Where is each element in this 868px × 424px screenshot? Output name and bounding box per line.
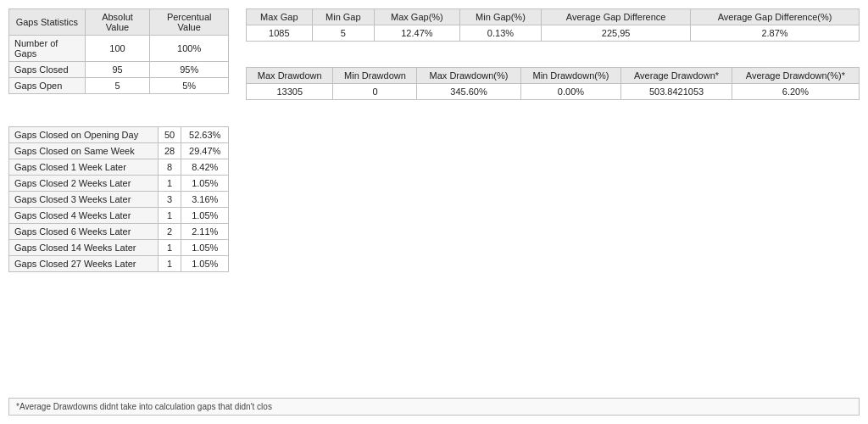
row-label: Gaps Closed 1 Week Later <box>9 159 159 176</box>
gap-stats-section: Max GapMin GapMax Gap(%)Min Gap(%)Averag… <box>246 8 860 42</box>
gaps-closed-table: Gaps Closed on Opening Day 50 52.63% Gap… <box>8 126 229 272</box>
row-pct: 52.63% <box>181 127 229 143</box>
row-value: 12.47% <box>375 25 460 42</box>
col-header: Average Gap Difference <box>542 9 691 25</box>
drawdown-stats-section: Max DrawdownMin DrawdownMax Drawdown(%)M… <box>246 67 860 100</box>
row-label: Gaps Closed 6 Weeks Later <box>9 224 159 240</box>
main-container: Gaps Statistics Absolut Value Percentual… <box>0 0 868 289</box>
table-row: Gaps Closed on Same Week 28 29.47% <box>9 143 229 159</box>
table-row: Gaps Closed 27 Weeks Later 1 1.05% <box>9 256 229 272</box>
row-value: 95 <box>85 62 150 78</box>
table-row: Gaps Closed 6 Weeks Later 2 2.11% <box>9 224 229 240</box>
row-label: Gaps Closed on Same Week <box>9 143 159 159</box>
footer-text: *Average Drawdowns didnt take into calcu… <box>16 402 272 411</box>
col-header: Average Gap Difference(%) <box>691 9 860 25</box>
gaps-statistics-table: Gaps Statistics Absolut Value Percentual… <box>8 8 229 94</box>
right-panel: Max GapMin GapMax Gap(%)Min Gap(%)Averag… <box>246 8 860 281</box>
col-header: Min Drawdown(%) <box>520 68 621 84</box>
row-label: Gaps Closed 27 Weeks Later <box>9 256 159 272</box>
row-pct: 100% <box>150 36 229 62</box>
col-percentual-value: Percentual Value <box>150 9 229 36</box>
row-pct: 1.05% <box>181 240 229 256</box>
row-label: Gaps Closed 3 Weeks Later <box>9 192 159 208</box>
row-label: Gaps Closed 14 Weeks Later <box>9 240 159 256</box>
gaps-closed-section: Gaps Closed on Opening Day 50 52.63% Gap… <box>8 126 229 272</box>
row-value: 345.60% <box>417 84 520 100</box>
row-label: Gaps Closed on Opening Day <box>9 127 159 143</box>
table-row: Gaps Closed 1 Week Later 8 8.42% <box>9 159 229 176</box>
col-header: Average Drawdown(%)* <box>732 68 859 84</box>
col-header: Min Gap(%) <box>459 9 542 25</box>
drawdown-stats-table: Max DrawdownMin DrawdownMax Drawdown(%)M… <box>246 67 860 100</box>
row-pct: 2.11% <box>181 224 229 240</box>
col-header: Max Gap(%) <box>375 9 460 25</box>
row-label: Gaps Open <box>9 78 86 94</box>
table-row: Gaps Closed 3 Weeks Later 3 3.16% <box>9 192 229 208</box>
col-header: Average Drawdown* <box>621 68 732 84</box>
col-gaps-statistics: Gaps Statistics <box>9 9 86 36</box>
table-row: Number of Gaps 100 100% <box>9 36 229 62</box>
table-row: 133050345.60%0.00%503.84210536.20% <box>247 84 860 100</box>
row-pct: 5% <box>150 78 229 94</box>
row-value: 3 <box>158 192 181 208</box>
row-pct: 1.05% <box>181 208 229 224</box>
row-value: 50 <box>158 127 181 143</box>
row-value: 8 <box>158 159 181 176</box>
table-row: Gaps Open 5 5% <box>9 78 229 94</box>
row-value: 5 <box>312 25 374 42</box>
row-value: 1085 <box>247 25 313 42</box>
row-label: Number of Gaps <box>9 36 86 62</box>
gaps-statistics-section: Gaps Statistics Absolut Value Percentual… <box>8 8 229 94</box>
row-value: 13305 <box>247 84 333 100</box>
footer-note: *Average Drawdowns didnt take into calcu… <box>8 398 860 416</box>
row-pct: 8.42% <box>181 159 229 176</box>
row-pct: 3.16% <box>181 192 229 208</box>
row-value: 5 <box>85 78 150 94</box>
row-value: 0.13% <box>459 25 542 42</box>
col-header: Max Drawdown <box>247 68 333 84</box>
row-pct: 95% <box>150 62 229 78</box>
col-header: Min Drawdown <box>333 68 417 84</box>
table-row: Gaps Closed 4 Weeks Later 1 1.05% <box>9 208 229 224</box>
row-label: Gaps Closed <box>9 62 86 78</box>
row-value: 1 <box>158 208 181 224</box>
col-header: Max Drawdown(%) <box>417 68 520 84</box>
gap-stats-table: Max GapMin GapMax Gap(%)Min Gap(%)Averag… <box>246 8 860 42</box>
table-row: Gaps Closed 95 95% <box>9 62 229 78</box>
row-value: 1 <box>158 240 181 256</box>
table-row: Gaps Closed 2 Weeks Later 1 1.05% <box>9 176 229 192</box>
row-pct: 1.05% <box>181 176 229 192</box>
row-label: Gaps Closed 4 Weeks Later <box>9 208 159 224</box>
row-pct: 29.47% <box>181 143 229 159</box>
left-panel: Gaps Statistics Absolut Value Percentual… <box>8 8 229 281</box>
row-value: 0 <box>333 84 417 100</box>
row-value: 100 <box>85 36 150 62</box>
row-value: 225,95 <box>542 25 691 42</box>
row-value: 0.00% <box>520 84 621 100</box>
col-header: Min Gap <box>312 9 374 25</box>
table-row: 1085512.47%0.13%225,952.87% <box>247 25 860 42</box>
row-value: 1 <box>158 256 181 272</box>
row-value: 1 <box>158 176 181 192</box>
row-label: Gaps Closed 2 Weeks Later <box>9 176 159 192</box>
row-value: 6.20% <box>732 84 859 100</box>
row-value: 2 <box>158 224 181 240</box>
col-absolut-value: Absolut Value <box>85 9 150 36</box>
row-pct: 1.05% <box>181 256 229 272</box>
row-value: 2.87% <box>691 25 860 42</box>
row-value: 28 <box>158 143 181 159</box>
table-row: Gaps Closed on Opening Day 50 52.63% <box>9 127 229 143</box>
col-header: Max Gap <box>247 9 313 25</box>
table-row: Gaps Closed 14 Weeks Later 1 1.05% <box>9 240 229 256</box>
row-value: 503.8421053 <box>621 84 732 100</box>
